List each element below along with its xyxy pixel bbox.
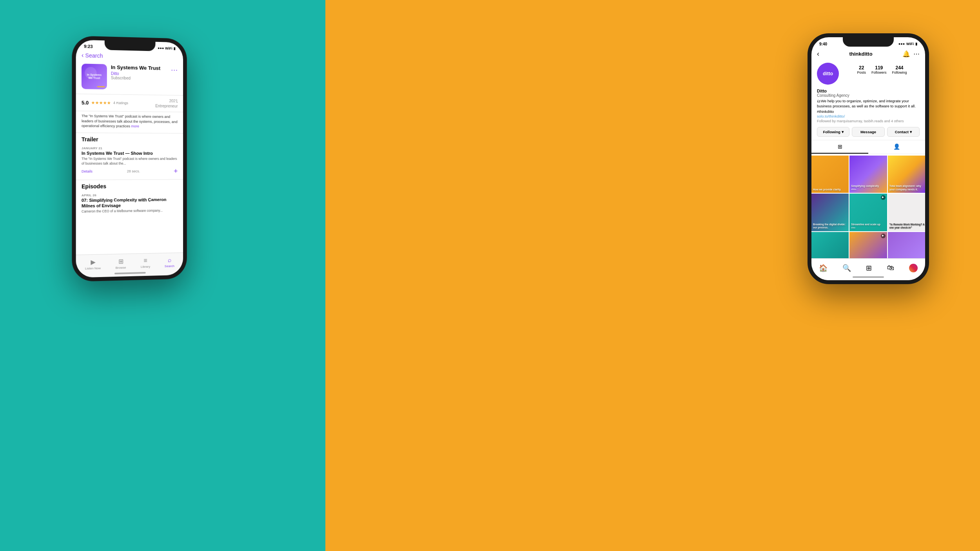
ig-more-icon[interactable]: ⋯: [913, 50, 920, 58]
ig-grid-tabs: ⊞ 👤: [811, 140, 925, 154]
ig-following-label: Following: [892, 71, 907, 74]
podcast-subscribed: Subscribed: [111, 76, 167, 81]
tab-library-label: Library: [141, 265, 150, 269]
podcast-title: In Systems We Trust: [111, 64, 167, 71]
ig-cell-3-text: Total team alignment: why your company n…: [889, 185, 925, 191]
ig-grid-cell-4[interactable]: Breaking the digital divide: our process…: [811, 194, 849, 231]
year-category: 2021 Entrepreneur: [155, 98, 178, 109]
right-background: 9:40 ●●● WiFi ▮ ‹ thinkditto 🔔 ⋯ d: [325, 0, 980, 551]
left-phone-screen: 9:23 ●●● WiFi ▮ ‹ Search In SystemsWe Tr…: [76, 40, 183, 277]
podcast-hero-section: In SystemsWe Trust In Systems We Trust D…: [76, 60, 183, 94]
trailer-date: JANUARY 21: [82, 146, 178, 150]
ig-profile-link[interactable]: solo.to/thinkditto/: [817, 114, 920, 118]
trailer-footer: Details 28 secs. +: [82, 167, 178, 176]
left-time: 9:23: [84, 44, 93, 49]
ig-cell-5-text: Streamline and scale upditto: [851, 223, 880, 230]
ig-back-icon[interactable]: ‹: [817, 50, 819, 58]
ig-profile-name: Ditto: [817, 89, 920, 93]
ig-stat-posts: 22 Posts: [857, 65, 866, 74]
trailer-title[interactable]: In Systems We Trust — Show Intro: [82, 150, 178, 156]
search-back-label[interactable]: Search: [85, 52, 103, 59]
divider-1: [76, 94, 183, 96]
ig-profile-section: ditto 22 Posts 119 Followers 244 Followi…: [811, 60, 925, 88]
rating-number: 5.0: [82, 100, 89, 105]
ig-cell-8-play-icon: ▶: [881, 234, 886, 238]
rating-row: 5.0 ★★★★★ 4 Ratings 2021 Entrepreneur: [76, 96, 183, 110]
tab-browse-label: Browse: [116, 266, 126, 270]
episode-title-1[interactable]: 07: Simplifying Complexity with Cameron …: [82, 197, 178, 209]
ig-followers-count: 119: [871, 65, 887, 71]
add-episode-icon[interactable]: +: [174, 167, 178, 176]
left-phone-notch: [105, 40, 156, 51]
ig-battery-icon: ▮: [915, 42, 917, 46]
right-phone-frame: 9:40 ●●● WiFi ▮ ‹ thinkditto 🔔 ⋯ d: [808, 33, 929, 284]
following-chevron-icon: ▾: [842, 130, 844, 134]
search-icon: ⌕: [167, 257, 171, 264]
episode-description-1: Cameron the CEO of a Melbourne software …: [82, 208, 178, 214]
trailer-details-link[interactable]: Details: [82, 170, 93, 174]
ig-stat-followers: 119 Followers: [871, 65, 887, 74]
ig-wifi-icon: WiFi: [906, 42, 914, 46]
tab-listen-now-label: Listen Now: [85, 266, 101, 270]
ig-following-count: 244: [892, 65, 907, 71]
ig-avatar: ditto: [817, 63, 839, 85]
ig-grid: How we provide clarity. Simplifying comp…: [811, 156, 925, 269]
ig-posts-count: 22: [857, 65, 866, 71]
stars-icon: ★★★★★: [91, 100, 111, 105]
ig-cell-5-play-icon: ▶: [881, 195, 886, 200]
ig-action-buttons: Following ▾ Message Contact ▾: [811, 125, 925, 138]
ig-grid-cell-1[interactable]: How we provide clarity.: [811, 156, 849, 193]
back-arrow-icon[interactable]: ‹: [82, 52, 83, 59]
trailer-episode: JANUARY 21 In Systems We Trust — Show In…: [76, 144, 183, 178]
episodes-section-title: Episodes: [76, 181, 183, 191]
right-phone-screen: 9:40 ●●● WiFi ▮ ‹ thinkditto 🔔 ⋯ d: [811, 37, 925, 280]
divider-2: [76, 111, 183, 112]
ig-bell-icon[interactable]: 🔔: [902, 50, 910, 58]
ig-tab-tagged[interactable]: 👤: [868, 140, 925, 154]
ig-nav-search-icon[interactable]: 🔍: [842, 264, 851, 272]
podcast-meta: In Systems We Trust Ditto Subscribed: [111, 64, 167, 81]
ig-profile-category: Consulting Agency: [817, 93, 920, 98]
tab-search[interactable]: ⌕ Search: [165, 257, 174, 268]
ig-contact-button[interactable]: Contact ▾: [887, 127, 920, 137]
ig-header-action-icons: 🔔 ⋯: [902, 50, 920, 58]
more-options-icon[interactable]: ⋯: [171, 65, 178, 74]
ig-tab-grid[interactable]: ⊞: [811, 140, 868, 154]
podcast-artwork: In SystemsWe Trust: [82, 63, 107, 89]
contact-chevron-icon: ▾: [910, 130, 912, 134]
right-home-indicator: [853, 276, 884, 278]
browse-icon: ⊞: [118, 257, 123, 265]
trailer-section-title: Trailer: [76, 134, 183, 144]
ig-time: 9:40: [819, 42, 827, 46]
ig-grid-cell-5[interactable]: ▶ Streamline and scale upditto: [849, 194, 887, 231]
ig-nav-reels-icon[interactable]: ⊞: [866, 264, 872, 272]
ig-stats: 22 Posts 119 Followers 244 Following: [844, 65, 920, 74]
trailer-duration: 28 secs.: [127, 169, 140, 173]
tab-library[interactable]: ≡ Library: [141, 257, 150, 268]
ig-grid-cell-6[interactable]: "Is Remote Work Working? A one year chec…: [888, 194, 925, 231]
ig-grid-cell-3[interactable]: Total team alignment: why your company n…: [888, 156, 925, 193]
more-link[interactable]: more: [131, 124, 139, 128]
ig-following-button[interactable]: Following ▾: [817, 127, 849, 137]
ig-followed-by: Followed by marquisamurray, tasbih.reads…: [817, 119, 920, 123]
ig-username-header: thinkditto: [822, 51, 899, 57]
ig-followers-label: Followers: [871, 71, 887, 74]
ig-nav-shop-icon[interactable]: 🛍: [887, 264, 894, 272]
tab-search-label: Search: [165, 264, 174, 268]
rating-count: 4 Ratings: [113, 101, 128, 105]
ig-cell-2-text: Simplifying complexityditto: [851, 185, 879, 191]
episode-item-1: APRIL 26 07: Simplifying Complexity with…: [76, 190, 183, 217]
ig-message-button[interactable]: Message: [852, 127, 884, 137]
ig-nav-profile-avatar[interactable]: [909, 264, 918, 272]
divider-4: [76, 179, 183, 180]
ig-grid-cell-2[interactable]: Simplifying complexityditto: [849, 156, 887, 193]
ig-status-icons: ●●● WiFi ▮: [898, 42, 917, 46]
ig-nav-home-icon[interactable]: 🏠: [819, 264, 828, 272]
divider-3: [76, 132, 183, 134]
ig-bio-text: 🗂We help you to organize, optimize, and …: [817, 98, 920, 114]
listen-now-icon: ▶: [91, 258, 95, 265]
tab-browse[interactable]: ⊞ Browse: [116, 257, 126, 270]
library-icon: ≡: [143, 257, 147, 264]
signal-icon: ●●●: [158, 46, 164, 50]
tab-listen-now[interactable]: ▶ Listen Now: [85, 258, 101, 270]
